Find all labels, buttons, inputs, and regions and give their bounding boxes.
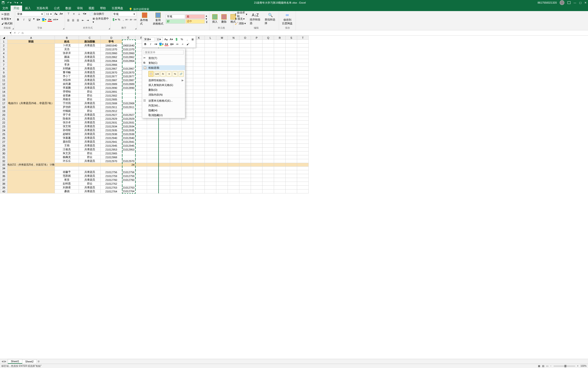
cell-B24[interactable]: 孙培钦: [55, 128, 79, 132]
cell-R23[interactable]: [274, 125, 286, 128]
ctx-column-width[interactable]: 列宽(W)...: [142, 103, 185, 108]
cell-P28[interactable]: [251, 144, 263, 148]
cell-M37[interactable]: [216, 178, 228, 182]
ctx-paste-special[interactable]: 选择性粘贴(S)...▶: [142, 78, 185, 83]
cell-B19[interactable]: 付楠妮: [55, 109, 79, 113]
cell-L33[interactable]: [205, 163, 216, 167]
cell-E16[interactable]: [122, 98, 135, 101]
cell-N15[interactable]: [228, 94, 239, 98]
cell-P17[interactable]: [251, 101, 263, 105]
cell-L26[interactable]: [205, 136, 216, 140]
cell-R4[interactable]: [274, 51, 286, 55]
ctx-insert-copied[interactable]: 插入复制的单元格(E): [142, 83, 185, 87]
cell-G31[interactable]: [147, 155, 158, 159]
cell-L30[interactable]: [205, 151, 216, 155]
cell-B8[interactable]: 刘明豪: [55, 67, 79, 71]
cell-T14[interactable]: [297, 90, 309, 94]
maximize-icon[interactable]: ▢: [579, 1, 581, 4]
row-header-32[interactable]: 32: [0, 159, 8, 163]
redo-icon[interactable]: ↷ ▾: [14, 1, 18, 4]
cell-N26[interactable]: [228, 136, 239, 140]
cell-E14[interactable]: [122, 90, 135, 94]
cell-H27[interactable]: [158, 140, 170, 144]
cell-B31[interactable]: 杨佩龙: [55, 155, 79, 159]
cell-T4[interactable]: [297, 51, 309, 55]
cell-P15[interactable]: [251, 94, 263, 98]
cell-B30[interactable]: 朱文昊: [55, 151, 79, 155]
cell-O11[interactable]: [239, 78, 251, 82]
cell-M39[interactable]: [216, 186, 228, 190]
currency-icon[interactable]: 💲▾: [112, 17, 116, 22]
cell-L23[interactable]: [205, 125, 216, 128]
cell-D9[interactable]: 21012870: [101, 71, 122, 74]
cell-G38[interactable]: [147, 182, 158, 186]
cell-F40[interactable]: [135, 190, 147, 193]
cell-P39[interactable]: [251, 186, 263, 190]
zoom-level[interactable]: 100%: [580, 365, 587, 367]
cell-E30[interactable]: [122, 151, 135, 155]
cell-D11[interactable]: 21012887: [101, 78, 122, 82]
cell-L36[interactable]: [205, 174, 216, 178]
cell-B4[interactable]: 张承泽: [55, 51, 79, 55]
cell-L27[interactable]: [205, 140, 216, 144]
cell-C24[interactable]: 共青团员: [79, 128, 101, 132]
cell-N21[interactable]: [228, 117, 239, 121]
cell-M38[interactable]: [216, 182, 228, 186]
cell-S29[interactable]: [286, 148, 297, 151]
cell-J37[interactable]: [182, 178, 193, 182]
cell-B28[interactable]: 王萌: [55, 144, 79, 148]
cell-T26[interactable]: [297, 136, 309, 140]
cell-L22[interactable]: [205, 121, 216, 125]
row-header-30[interactable]: 30: [0, 151, 8, 155]
italic-button[interactable]: I: [22, 17, 26, 22]
cell-Q36[interactable]: [263, 174, 274, 178]
cell-I36[interactable]: [170, 174, 182, 178]
cell-G30[interactable]: [147, 151, 158, 155]
font-size-combo[interactable]: 11▾: [45, 11, 53, 16]
cell-K8[interactable]: [193, 67, 205, 71]
cell-P21[interactable]: [251, 117, 263, 121]
cell-K40[interactable]: [193, 190, 205, 193]
cell-B33[interactable]: [55, 163, 79, 167]
cell-B13[interactable]: 李展鹏: [55, 86, 79, 90]
cell-I39[interactable]: [170, 186, 182, 190]
cell-R17[interactable]: [274, 101, 286, 105]
cell-B2[interactable]: 卜祥龙: [55, 44, 79, 47]
cell-R16[interactable]: [274, 98, 286, 101]
cell-Q28[interactable]: [263, 144, 274, 148]
cell-K15[interactable]: [193, 94, 205, 98]
cell-K20[interactable]: [193, 113, 205, 117]
cell-B15[interactable]: 金世豪: [55, 94, 79, 98]
view-normal-icon[interactable]: ▦: [538, 365, 540, 367]
cell-R9[interactable]: [274, 71, 286, 74]
cell-E35[interactable]: 21012756: [122, 170, 135, 174]
cell-G29[interactable]: [147, 148, 158, 151]
cell-F34[interactable]: [135, 167, 147, 170]
cell-R37[interactable]: [274, 178, 286, 182]
cell-S17[interactable]: [286, 101, 297, 105]
cell-P31[interactable]: [251, 155, 263, 159]
cell-O36[interactable]: [239, 174, 251, 178]
cell-E33[interactable]: 24: [122, 163, 135, 167]
cell-O4[interactable]: [239, 51, 251, 55]
cell-E22[interactable]: 21012931: [122, 121, 135, 125]
row-header-13[interactable]: 13: [0, 86, 8, 90]
cell-D33[interactable]: [101, 163, 122, 167]
cell-K17[interactable]: [193, 101, 205, 105]
cell-L1[interactable]: [205, 40, 216, 44]
cell-C10[interactable]: 共青团员: [79, 74, 101, 78]
cell-O14[interactable]: [239, 90, 251, 94]
cell-N6[interactable]: [228, 59, 239, 63]
cell-N29[interactable]: [228, 148, 239, 151]
cell-O22[interactable]: [239, 121, 251, 125]
cell-N11[interactable]: [228, 78, 239, 82]
cell-E34[interactable]: [122, 167, 135, 170]
cell-K4[interactable]: [193, 51, 205, 55]
cell-S39[interactable]: [286, 186, 297, 190]
cell-J34[interactable]: [182, 167, 193, 170]
zoom-slider[interactable]: [553, 366, 575, 367]
cell-P38[interactable]: [251, 182, 263, 186]
increase-decimal-icon[interactable]: .00→.0: [126, 17, 130, 22]
cell-B1[interactable]: 姓名: [55, 40, 79, 44]
cell-O3[interactable]: [239, 47, 251, 51]
